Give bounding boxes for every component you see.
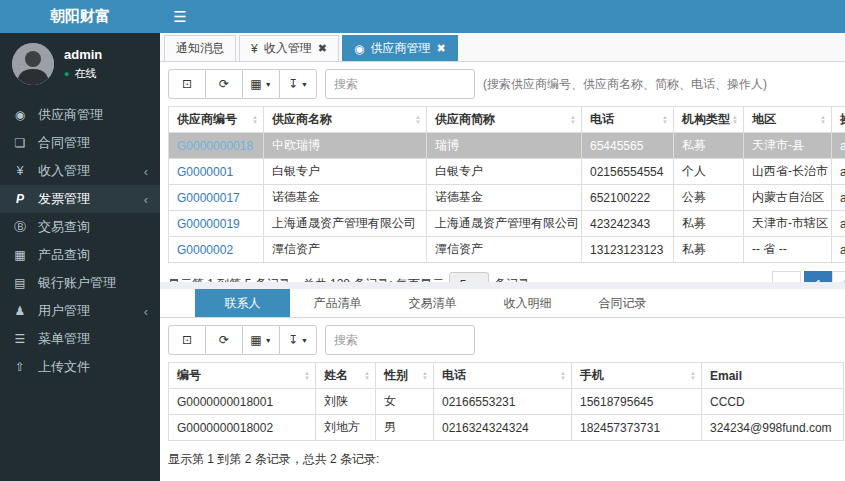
sort-icon[interactable]: ▲▼ <box>364 371 370 381</box>
sidebar-item-product-query[interactable]: ▦ 产品查询 <box>0 241 160 269</box>
record-summary: 显示第 1 到第 5 条记录，总共 128 条记录: 每页显示 <box>168 276 444 282</box>
income-icon: ¥ <box>12 164 28 178</box>
supplier-id-link[interactable]: G0000000018 <box>177 139 253 153</box>
col-supplier-short-name[interactable]: 供应商简称 ▲▼ <box>427 107 582 133</box>
sidebar-item-supplier-mgmt[interactable]: ◉ 供应商管理 <box>0 101 160 129</box>
col-gender[interactable]: 性别 ▲▼ <box>376 363 434 389</box>
yen-icon: ¥ <box>251 42 258 56</box>
sidebar-item-label: 交易查询 <box>38 218 90 236</box>
col-name[interactable]: 姓名 ▲▼ <box>316 363 376 389</box>
col-phone[interactable]: 电话 ▲▼ <box>434 363 572 389</box>
sort-icon[interactable]: ▲▼ <box>662 115 668 125</box>
tab-income-detail[interactable]: 收入明细 <box>480 289 575 317</box>
sort-icon[interactable]: ▲▼ <box>304 371 310 381</box>
supplier-search-input[interactable] <box>325 69 475 99</box>
table-row[interactable]: G00000017 诺德基金 诺德基金 652100222 公募 内蒙古自治区 … <box>169 185 845 211</box>
contacts-search-input[interactable] <box>325 325 475 355</box>
toggle-pagination-button[interactable]: ⊡ <box>168 325 206 355</box>
sort-icon[interactable]: ▲▼ <box>570 115 576 125</box>
supplier-id-link[interactable]: G0000002 <box>177 243 233 257</box>
sort-icon[interactable]: ▲▼ <box>690 371 696 381</box>
export-icon: ↧ <box>288 333 298 347</box>
supplier-id-link[interactable]: G00000017 <box>177 191 240 205</box>
supplier-id-link[interactable]: G00000019 <box>177 217 240 231</box>
tab-income-mgmt[interactable]: ¥ 收入管理 ✖ <box>239 35 339 61</box>
table-row[interactable]: G0000000018002 刘地方 男 0216324324324 18245… <box>169 415 844 441</box>
sidebar-item-user-mgmt[interactable]: ♟ 用户管理 ‹ <box>0 297 160 325</box>
tab-label: 供应商管理 <box>370 40 430 57</box>
columns-button[interactable]: ▦ ▼ <box>242 325 280 355</box>
sort-icon[interactable]: ▲▼ <box>415 115 421 125</box>
close-icon[interactable]: ✖ <box>318 42 327 55</box>
chevron-left-icon: ‹ <box>144 304 148 319</box>
sidebar: 朝阳财富 admin ● 在线 ◉ 供应商管理 ❏ 合同管理 ¥ <box>0 0 160 481</box>
toggle-icon: ⊡ <box>182 333 192 347</box>
col-email[interactable]: Email <box>702 363 844 389</box>
sort-icon[interactable]: ▲▼ <box>560 371 566 381</box>
tab-contract-records[interactable]: 合同记录 <box>575 289 670 317</box>
toolbar-button-group: ⊡ ⟳ ▦ ▼ ↧ ▼ <box>168 69 317 99</box>
sidebar-item-menu-mgmt[interactable]: ☰ 菜单管理 <box>0 325 160 353</box>
sidebar-item-label: 银行账户管理 <box>38 274 116 292</box>
sort-icon[interactable]: ▲▼ <box>252 115 258 125</box>
user-info: admin ● 在线 <box>64 47 102 81</box>
pager: ‹ 1 2 <box>773 271 845 282</box>
pagination-summary: 显示第 1 到第 5 条记录，总共 128 条记录: 每页显示 5 ▲ 条记录 <box>168 272 530 283</box>
tab-supplier-mgmt[interactable]: ◉ 供应商管理 ✖ <box>342 35 458 61</box>
export-button[interactable]: ↧ ▼ <box>279 325 317 355</box>
sidebar-item-transaction-query[interactable]: Ⓑ 交易查询 <box>0 213 160 241</box>
toggle-pagination-button[interactable]: ⊡ <box>168 69 206 99</box>
toolbar-button-group: ⊡ ⟳ ▦ ▼ ↧ ▼ <box>168 325 317 355</box>
prev-page-button[interactable]: ‹ <box>772 271 801 282</box>
sort-icon[interactable]: ▲▼ <box>732 115 738 125</box>
refresh-button[interactable]: ⟳ <box>205 325 243 355</box>
supplier-panel: ⊡ ⟳ ▦ ▼ ↧ ▼ (搜索供应商编号、供应商名称、简称、电话、操作人) 供应… <box>160 62 845 282</box>
user-name: admin <box>64 47 102 62</box>
menu-icon: ☰ <box>12 332 28 346</box>
col-contact-id[interactable]: 编号 ▲▼ <box>169 363 316 389</box>
online-dot-icon: ● <box>64 69 69 79</box>
table-row[interactable]: G0000001 白银专户 白银专户 02156554554 个人 山西省-长治… <box>169 159 845 185</box>
sidebar-item-bank-account-mgmt[interactable]: ▤ 银行账户管理 <box>0 269 160 297</box>
refresh-button[interactable]: ⟳ <box>205 69 243 99</box>
export-button[interactable]: ↧ ▼ <box>279 69 317 99</box>
app-logo[interactable]: 朝阳财富 <box>0 0 160 33</box>
sort-icon[interactable]: ▲▼ <box>422 371 428 381</box>
user-icon: ♟ <box>12 304 28 318</box>
page-button-1[interactable]: 1 <box>804 271 833 282</box>
sidebar-item-label: 供应商管理 <box>38 106 103 124</box>
toggle-icon: ⊡ <box>182 77 192 91</box>
sort-icon[interactable]: ▲▼ <box>820 115 826 125</box>
col-supplier-name[interactable]: 供应商名称 ▲▼ <box>264 107 427 133</box>
columns-button[interactable]: ▦ ▼ <box>242 69 280 99</box>
detail-panel: 联系人 产品清单 交易清单 收入明细 合同记录 ⊡ ⟳ ▦ ▼ ↧ ▼ <box>160 289 845 481</box>
page-size-selector[interactable]: 5 ▲ <box>449 272 489 283</box>
col-region[interactable]: 地区 ▲▼ <box>744 107 832 133</box>
sidebar-item-invoice-mgmt[interactable]: P 发票管理 ‹ <box>0 185 160 213</box>
tab-transaction-list[interactable]: 交易清单 <box>385 289 480 317</box>
supplier-id-link[interactable]: G0000001 <box>177 165 233 179</box>
sidebar-item-label: 合同管理 <box>38 134 90 152</box>
table-row[interactable]: G00000019 上海通晟资产管理有限公司 上海通晟资产管理有限公司 4232… <box>169 211 845 237</box>
sidebar-item-contract-mgmt[interactable]: ❏ 合同管理 <box>0 129 160 157</box>
col-operator[interactable]: 操作人 <box>832 107 845 133</box>
page-button-2[interactable]: 2 <box>832 271 845 282</box>
sidebar-item-income-mgmt[interactable]: ¥ 收入管理 ‹ <box>0 157 160 185</box>
chevron-left-icon: ‹ <box>144 192 148 207</box>
col-mobile[interactable]: 手机 ▲▼ <box>572 363 702 389</box>
sidebar-item-upload-file[interactable]: ⇧ 上传文件 <box>0 353 160 381</box>
col-supplier-id[interactable]: 供应商编号 ▲▼ <box>169 107 264 133</box>
hamburger-icon[interactable]: ☰ <box>160 0 200 33</box>
tab-notice[interactable]: 通知消息 <box>164 35 236 61</box>
table-row[interactable]: G0000000018 中欧瑞博 瑞博 65445565 私募 天津市-县 ad… <box>169 133 845 159</box>
col-phone[interactable]: 电话 ▲▼ <box>582 107 674 133</box>
supplier-table: 供应商编号 ▲▼ 供应商名称 ▲▼ 供应商简称 ▲▼ 电话 ▲▼ 机构类型 ▲▼… <box>168 106 845 263</box>
search-hint: (搜索供应商编号、供应商名称、简称、电话、操作人) <box>483 76 767 93</box>
table-row[interactable]: G0000000018001 刘陕 女 02166553231 15618795… <box>169 389 844 415</box>
close-icon[interactable]: ✖ <box>436 42 445 55</box>
user-status: ● 在线 <box>64 66 102 81</box>
tab-contacts[interactable]: 联系人 <box>195 289 290 317</box>
col-institution-type[interactable]: 机构类型 ▲▼ <box>674 107 744 133</box>
table-row[interactable]: G0000002 潭信资产 潭信资产 13123123123 私募 -- 省 -… <box>169 237 845 263</box>
tab-product-list[interactable]: 产品清单 <box>290 289 385 317</box>
